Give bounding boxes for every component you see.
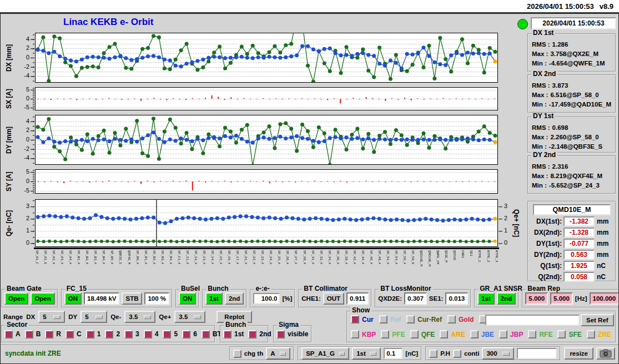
checkbox-indicator[interactable] [248, 330, 256, 338]
show-checkbox-rfe[interactable]: RFE [528, 330, 552, 338]
checkbox-indicator[interactable] [447, 315, 456, 323]
checkbox-indicator[interactable] [163, 330, 171, 338]
sector-checkbox-label: B [36, 330, 41, 338]
sector-checkbox-1[interactable]: 1 [86, 330, 101, 338]
sector-checkbox-3[interactable]: 3 [124, 330, 139, 338]
sector-checkbox-r[interactable]: R [45, 330, 61, 338]
sector-checkbox-label: 3 [135, 330, 139, 338]
checkbox-indicator[interactable] [351, 330, 359, 338]
fc15-stb-button[interactable]: STB [122, 292, 142, 305]
checkbox-indicator[interactable] [66, 330, 74, 338]
checkbox-indicator[interactable] [470, 330, 479, 338]
checkbox-indicator[interactable] [25, 330, 33, 338]
chg-th-select[interactable]: A [266, 347, 290, 360]
sector-checkbox-bt[interactable]: BT [202, 330, 222, 338]
range-dx-select[interactable]: 5 [38, 311, 65, 323]
checkbox-indicator[interactable] [381, 330, 389, 338]
points-select[interactable]: 300 [482, 347, 514, 360]
option-menu-glyph [502, 352, 510, 356]
show-checkbox-jbe[interactable]: JBE [470, 330, 494, 338]
show-checkbox-kbp[interactable]: KBP [351, 330, 376, 338]
show-checkbox-gold[interactable]: Gold [447, 315, 474, 323]
checkbox-indicator[interactable] [144, 330, 152, 338]
checkbox-indicator[interactable] [105, 330, 113, 338]
dy-axis-label: DY [mm] [4, 113, 13, 166]
ph-checkbox[interactable] [429, 350, 437, 358]
range-qe-minus-select[interactable]: 3.5 [124, 311, 155, 323]
sigma-checkbox-visible[interactable]: visible [276, 330, 308, 338]
bunch-1st-button[interactable]: 1st [205, 292, 223, 305]
sector-checkbox-5[interactable]: 5 [163, 330, 178, 338]
checkbox-indicator[interactable] [202, 330, 210, 338]
range-qe-plus-select[interactable]: 3.5 [174, 311, 205, 323]
screenshot-button[interactable] [596, 347, 615, 360]
loss-qxd2e-readout: 0.307 [404, 292, 427, 305]
show-checkbox-cur[interactable]: Cur [351, 315, 374, 323]
checkbox-indicator[interactable] [45, 330, 53, 338]
monitor-value: -1.328 [563, 228, 595, 237]
checkbox-indicator[interactable] [379, 315, 387, 323]
bpm-axis-label: SP_31_4 [311, 250, 314, 285]
checkbox-indicator[interactable] [4, 330, 13, 338]
page-title: Linac KEKB e- Orbit [63, 17, 153, 28]
checkbox-indicator[interactable] [124, 330, 133, 338]
show-checkbox-sfe[interactable]: SFE [557, 330, 581, 338]
conti-checkbox[interactable] [453, 350, 461, 358]
checkbox-indicator[interactable] [406, 315, 415, 323]
sector-checkbox-2[interactable]: 2 [105, 330, 120, 338]
bunch-select[interactable]: 1st [352, 347, 381, 360]
sector-checkbox-6[interactable]: 6 [182, 330, 197, 338]
bpm-axis-label: SP_56_4 [402, 250, 406, 285]
sector-checkbox-label: 1 [97, 330, 101, 338]
stats-dy-2nd: DY 2nd RMS :2.316 Max :8.219@QXF4E_M Min… [527, 155, 616, 194]
sector-checkbox-label: 4 [155, 330, 159, 338]
show-checkbox-ref[interactable]: Ref [379, 315, 401, 323]
show-checkbox-cur-ref[interactable]: Cur-Ref [406, 315, 442, 323]
stats-title: DY 2nd [531, 151, 557, 159]
show-checkbox-pfe[interactable]: PFE [381, 330, 405, 338]
resize-button[interactable]: resize [564, 347, 593, 360]
checkbox-indicator[interactable] [276, 330, 285, 338]
bpm-axis-label: SP_44_4 [361, 250, 364, 285]
gr-1st-button[interactable]: 1st [477, 292, 495, 305]
checkbox-indicator[interactable] [86, 330, 94, 338]
show-checkbox-label: QFE [421, 331, 435, 338]
set-ref-button[interactable]: Set Ref [581, 314, 614, 326]
bpm-axis-label: SP_R2_4 [152, 250, 155, 285]
show-checkbox-jbp[interactable]: JBP [499, 330, 523, 338]
checkbox-indicator[interactable] [528, 330, 536, 338]
bpm-axis-label: SP_27_4 [294, 250, 297, 285]
monitor-value: 1.925 [563, 261, 595, 271]
device-select[interactable]: SP_A1_G [301, 347, 349, 360]
sector-checkbox-b[interactable]: B [25, 330, 41, 338]
sector-checkbox-c[interactable]: C [66, 330, 82, 338]
extra-input[interactable] [517, 348, 557, 359]
show-checkbox-qfe[interactable]: QFE [410, 330, 435, 338]
checkbox-indicator[interactable] [499, 330, 507, 338]
beam-gate-1-button[interactable]: Open [4, 292, 28, 305]
fc15-on-button[interactable]: ON [64, 292, 82, 305]
checkbox-indicator[interactable] [223, 330, 232, 338]
ref-name-input[interactable] [485, 315, 580, 326]
chg-th-checkbox[interactable] [233, 350, 241, 358]
sector-checkbox-a[interactable]: A [4, 330, 21, 338]
checkbox-indicator[interactable] [410, 330, 419, 338]
show-checkbox-are[interactable]: ARE [440, 330, 465, 338]
bunch-checkbox-1st[interactable]: 1st [223, 330, 244, 338]
checkbox-indicator[interactable] [587, 330, 595, 338]
range-dy-select[interactable]: 5 [80, 311, 107, 323]
beam-gate-2-button[interactable]: Open [31, 292, 54, 305]
checkbox-indicator[interactable] [440, 330, 448, 338]
show-checkbox-zre[interactable]: ZRE [587, 330, 611, 338]
threshold-input[interactable] [384, 348, 402, 359]
checkbox-indicator[interactable] [182, 330, 190, 338]
ee-ratio-input[interactable] [253, 293, 280, 304]
gr-2nd-button[interactable]: 2nd [497, 292, 516, 305]
bunch-2nd-button[interactable]: 2nd [225, 292, 244, 305]
checkbox-indicator[interactable] [557, 330, 566, 338]
collimator-out-button[interactable]: OUT [323, 292, 344, 305]
busel-on-button[interactable]: ON [179, 292, 196, 305]
sector-checkbox-4[interactable]: 4 [144, 330, 159, 338]
bunch-checkbox-2nd[interactable]: 2nd [248, 330, 271, 338]
checkbox-indicator[interactable] [351, 315, 359, 323]
